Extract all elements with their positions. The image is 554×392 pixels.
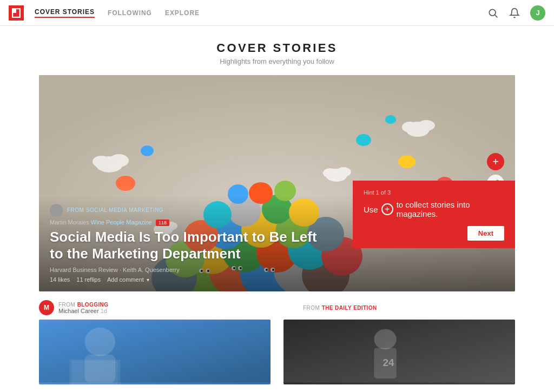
svg-point-47 — [109, 154, 129, 167]
svg-point-48 — [93, 156, 110, 168]
svg-rect-71 — [72, 361, 118, 384]
hero-source-avatar — [50, 204, 63, 217]
hero-actions: 14 likes 11 reflips Add comment ▾ — [50, 276, 504, 283]
hero-add-comment[interactable]: Add comment ▾ — [107, 276, 149, 283]
page-subtitle: Highlights from everything you follow — [0, 57, 554, 65]
svg-point-50 — [418, 120, 435, 131]
card-2-from-link[interactable]: THE DAILY EDITION — [322, 305, 377, 311]
nav-cover-stories[interactable]: COVER STORIES — [35, 8, 95, 18]
svg-point-2 — [489, 9, 496, 16]
hero-source-text: FROM SOCIAL MEDIA MARKETING — [67, 207, 163, 213]
card-1-author: Michael Career — [58, 308, 99, 314]
card-1-source-info: FROM BLOGGING Michael Career 1d — [58, 302, 108, 314]
navbar: COVER STORIES FOLLOWING EXPLORE J — [0, 0, 554, 26]
hint-box: Hint 1 of 3 Use + to collect stories int… — [353, 181, 515, 248]
svg-line-3 — [495, 15, 498, 17]
add-to-magazine-button[interactable]: + — [487, 153, 504, 170]
nav-links: COVER STORIES FOLLOWING EXPLORE — [35, 8, 200, 18]
svg-point-44 — [141, 145, 154, 156]
search-icon[interactable] — [487, 7, 499, 19]
svg-text:24: 24 — [382, 357, 394, 368]
nav-following[interactable]: FOLLOWING — [108, 9, 152, 17]
card-1: M FROM BLOGGING Michael Career 1d — [39, 300, 271, 384]
page-title: COVER STORIES — [0, 41, 554, 55]
svg-point-57 — [385, 115, 396, 124]
card-1-from-link[interactable]: BLOGGING — [77, 302, 109, 308]
svg-point-42 — [398, 155, 416, 168]
hint-text: Use + to collect stories into magazines. — [364, 200, 504, 218]
hint-header: Hint 1 of 3 — [364, 189, 504, 196]
hero-author: Martin Morales — [50, 219, 89, 225]
hint-plus-icon: + — [381, 203, 393, 215]
card-1-time: 1d — [101, 308, 107, 314]
hero-title[interactable]: Social Media Is Too Important to Be Left… — [50, 229, 331, 262]
page-header: COVER STORIES Highlights from everything… — [0, 26, 554, 75]
flipboard-logo[interactable] — [9, 5, 24, 21]
cards-row: M FROM BLOGGING Michael Career 1d — [39, 300, 515, 384]
hero-article: FROM SOCIAL MEDIA MARKETING Martin Moral… — [39, 75, 515, 291]
svg-point-51 — [402, 122, 417, 132]
card-1-image[interactable] — [39, 320, 271, 384]
svg-point-53 — [336, 167, 351, 177]
hint-next-button[interactable]: Next — [467, 226, 504, 241]
hero-reflips[interactable]: 11 reflips — [76, 276, 101, 283]
svg-point-73 — [374, 329, 396, 350]
hero-likes[interactable]: 14 likes — [50, 276, 70, 283]
card-2-image[interactable]: 24 — [283, 320, 515, 384]
card-2: FROM THE DAILY EDITION 24 — [283, 300, 515, 384]
svg-point-68 — [85, 328, 115, 356]
svg-rect-1 — [12, 9, 16, 13]
notifications-icon[interactable] — [509, 7, 520, 19]
hero-meta: Harvard Business Review · Keith A. Quese… — [50, 267, 504, 273]
svg-point-41 — [116, 176, 135, 191]
nav-right: J — [487, 5, 545, 21]
hero-magazine: Wine People Magazine — [91, 219, 152, 225]
svg-point-43 — [356, 134, 371, 146]
user-avatar[interactable]: J — [530, 5, 545, 21]
card-2-source: FROM THE DAILY EDITION — [283, 300, 515, 315]
card-2-spacer — [283, 300, 299, 315]
card-2-source-info: FROM THE DAILY EDITION — [303, 305, 377, 311]
hero-badge: 118 — [156, 220, 169, 226]
svg-rect-72 — [283, 322, 515, 383]
svg-point-54 — [323, 168, 337, 178]
card-1-source: M FROM BLOGGING Michael Career 1d — [39, 300, 271, 315]
nav-explore[interactable]: EXPLORE — [165, 9, 200, 17]
card-1-avatar: M — [39, 300, 54, 315]
